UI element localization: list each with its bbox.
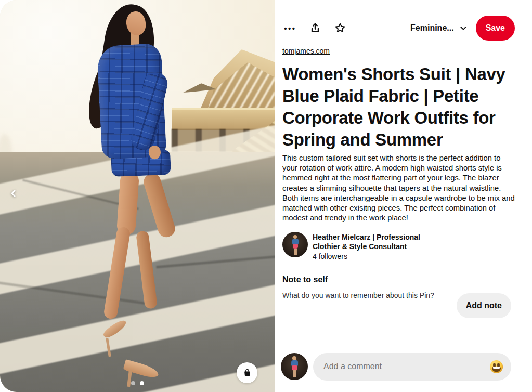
chevron-left-icon [9,189,18,198]
more-options-icon: ••• [284,24,296,33]
carousel-prev-button[interactable] [3,183,24,204]
author-meta: Heather Mielcarz | Professional Clothier… [313,232,447,260]
commenter-avatar [281,353,308,380]
board-name: Feminine... [410,23,454,33]
chevron-down-icon [459,24,468,32]
author-avatar[interactable] [282,232,308,257]
share-icon [309,22,321,34]
carousel-dot[interactable] [140,381,144,385]
comment-placeholder: Add a comment [323,362,490,371]
author-row: Heather Mielcarz | Professional Clothier… [282,232,515,260]
author-followers: 4 followers [313,252,447,260]
shop-bag-button[interactable] [237,362,257,383]
more-options-button[interactable]: ••• [278,16,303,41]
pin-title: Women's Shorts Suit | Navy Blue Plaid Fa… [282,63,517,151]
add-note-button[interactable]: Add note [457,293,511,318]
pin-details-panel: ••• Feminine... [275,0,532,392]
action-bar: ••• Feminine... [275,0,532,41]
note-section: Note to self What do you want to remembe… [282,275,532,318]
carousel-dot[interactable] [131,381,135,385]
pin-closeup-card: ••• Feminine... [0,0,532,392]
avatar-figure [293,370,296,376]
pin-description: This custom tailored suit set with short… [282,153,516,223]
save-button[interactable]: Save [476,16,515,41]
shopping-bag-icon [243,369,252,377]
share-button[interactable] [303,16,328,41]
avatar-figure [292,356,296,360]
favorite-button[interactable] [328,16,353,41]
source-link[interactable]: tomjames.com [282,47,330,55]
author-name[interactable]: Heather Mielcarz | Professional Clothier… [313,233,447,251]
note-heading: Note to self [282,275,532,284]
comment-input[interactable]: Add a comment [313,353,511,381]
favorite-star-icon [334,22,346,34]
photo-building-deck [172,108,275,130]
grinning-face-icon [490,360,503,373]
board-selector[interactable]: Feminine... [409,20,469,36]
pin-image[interactable] [0,0,275,392]
avatar-figure [294,249,297,255]
carousel-pagination [0,381,275,385]
pin-details-scroll: ••• Feminine... [275,0,532,341]
comment-footer: Add a comment [275,341,532,392]
avatar-figure [293,235,297,239]
note-prompt: What do you want to remember about this … [282,289,457,299]
emoji-picker-button[interactable] [490,360,503,373]
note-row: What do you want to remember about this … [282,289,532,318]
